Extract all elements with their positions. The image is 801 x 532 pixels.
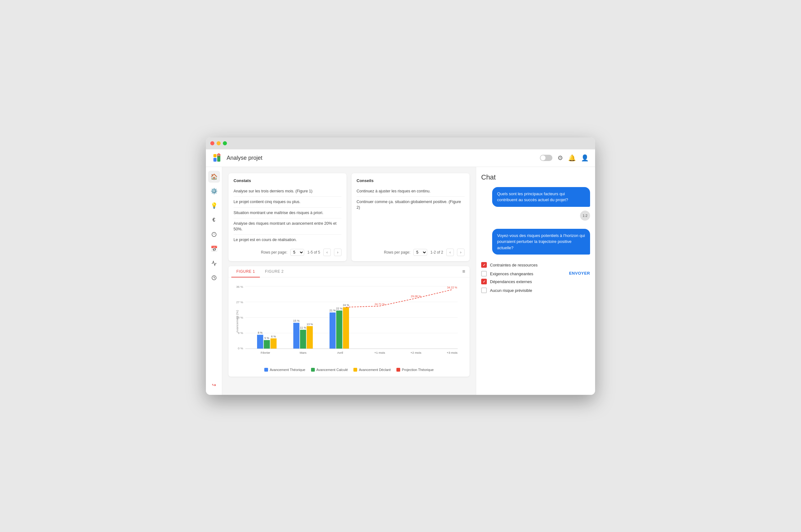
cards-row: Constats Analyse sur les trois derniers … (229, 173, 470, 261)
constats-items: Analyse sur les trois derniers mois. (Fi… (233, 186, 342, 245)
svg-rect-2 (213, 154, 216, 157)
checkbox-aucun[interactable]: Aucun risque prévisible (481, 287, 590, 293)
bar-fevrier-declare (270, 338, 277, 349)
legend-label-theorique: Avancement Théorique (270, 368, 305, 372)
bar-mars-theorique (293, 323, 300, 349)
legend-projection: Projection Théorique (396, 368, 434, 372)
legend-declare: Avancement Déclaré (354, 368, 391, 372)
svg-text:15 %: 15 % (293, 319, 300, 322)
minimize-button[interactable] (216, 141, 221, 145)
legend-dot-projection (396, 368, 400, 372)
legend-label-calcule: Avancement Calculé (317, 368, 348, 372)
bar-mars-declare (307, 326, 313, 349)
next-page-button[interactable]: › (334, 249, 342, 256)
svg-text:29.08 %: 29.08 % (411, 294, 421, 298)
bar-fevrier-calcule (264, 340, 270, 349)
sidebar-item-finance[interactable]: € (208, 214, 220, 226)
svg-text:6 %: 6 % (271, 335, 276, 338)
bar-fevrier-theorique (257, 335, 263, 348)
settings-icon[interactable]: ⚙ (557, 154, 563, 162)
bar-mars-calcule (300, 329, 306, 348)
checkbox-contraintes-box[interactable] (481, 262, 487, 268)
sidebar-item-charts[interactable] (208, 258, 220, 269)
sidebar-item-calendar[interactable]: 📅 (208, 243, 220, 255)
top-header: Analyse projet ⚙ 🔔 👤 (206, 149, 595, 167)
checkbox-dependances-box[interactable] (481, 279, 487, 284)
prev-page-button[interactable]: ‹ (323, 249, 331, 256)
send-button[interactable]: ENVOYER (569, 271, 590, 276)
rows-per-page-label: Rows per page: (384, 250, 410, 254)
svg-rect-0 (213, 158, 216, 162)
checkbox-aucun-box[interactable] (481, 287, 487, 293)
sidebar-item-ideas[interactable]: 💡 (208, 200, 220, 211)
legend-label-projection: Projection Théorique (402, 368, 434, 372)
conseils-title: Conseils (357, 178, 464, 183)
sidebar-item-history[interactable] (208, 272, 220, 284)
account-icon[interactable]: 👤 (581, 154, 589, 162)
legend-dot-theorique (264, 368, 268, 372)
list-item: Continuez à ajuster les risques en conti… (357, 186, 464, 197)
theme-toggle[interactable] (540, 155, 552, 161)
svg-text:22 %: 22 % (336, 307, 342, 310)
svg-text:21 %: 21 % (329, 309, 336, 312)
constats-footer: Rows per page: 5 10 1-5 of 5 ‹ › (233, 249, 342, 256)
svg-text:27 %: 27 % (236, 300, 243, 304)
checkbox-dependances-label: Dépendances externes (490, 279, 532, 284)
chart-menu-icon[interactable]: ≡ (462, 269, 465, 274)
conseils-items: Continuez à ajuster les risques en conti… (357, 186, 464, 245)
notification-icon[interactable]: 🔔 (568, 154, 576, 162)
close-button[interactable] (210, 141, 214, 145)
list-item: Continuer comme ça. situation globalemen… (357, 197, 464, 213)
app-title: Analyse projet (227, 155, 540, 161)
main-content: Constats Analyse sur les trois derniers … (222, 167, 476, 395)
legend-dot-calcule (311, 368, 315, 372)
legend-theorique: Avancement Théorique (264, 368, 305, 372)
svg-text:+1 mois: +1 mois (374, 350, 385, 354)
rows-per-page-select[interactable]: 5 10 (290, 249, 304, 256)
list-item: Analyse des risques montrant un avanceme… (233, 218, 342, 235)
svg-text:Février: Février (261, 350, 270, 354)
next-page-button[interactable]: › (457, 249, 464, 256)
bar-avril-theorique (329, 312, 336, 348)
legend-label-declare: Avancement Déclaré (359, 368, 391, 372)
pagination-info: 1-2 of 2 (430, 250, 443, 254)
projection-line (346, 289, 452, 307)
prev-page-button[interactable]: ‹ (446, 249, 454, 256)
chat-checkboxes: Contraintes de ressources Exigences chan… (481, 262, 590, 293)
constats-title: Constats (233, 178, 342, 183)
chat-message-1: Quels sont les principaux facteurs qui c… (492, 187, 590, 207)
rows-per-page-label: Rows per page: (261, 250, 287, 254)
checkbox-contraintes[interactable]: Contraintes de ressources (481, 262, 590, 268)
svg-text:Avril: Avril (337, 350, 343, 354)
logout-button[interactable]: ↪ (208, 379, 220, 391)
chart-body: 36 % 27 % 18 % 9 % 0 % (229, 278, 470, 377)
checkbox-dependances[interactable]: Dépendances externes (481, 279, 590, 284)
chat-message-number: 1:2 (580, 211, 590, 221)
chart-card: FIGURE 1 FIGURE 2 ≡ 36 % 27 % (229, 266, 470, 377)
list-item: Analyse sur les trois derniers mois. (Fi… (233, 186, 342, 197)
chat-panel: Chat Quels sont les principaux facteurs … (476, 167, 595, 395)
svg-text:36 %: 36 % (236, 285, 243, 288)
sidebar-item-home[interactable]: 🏠 (208, 171, 220, 183)
window-controls (210, 141, 227, 145)
chat-message-2: Voyez-vous des risques potentiels à l'ho… (492, 229, 590, 255)
checkbox-aucun-label: Aucun risque prévisible (490, 288, 532, 293)
bar-avril-calcule (336, 310, 342, 349)
tab-figure2[interactable]: FIGURE 2 (260, 266, 288, 278)
constats-card: Constats Analyse sur les trois derniers … (229, 173, 346, 261)
maximize-button[interactable] (223, 141, 227, 145)
svg-text:5 %: 5 % (264, 336, 269, 339)
svg-text:13 %: 13 % (307, 322, 313, 325)
svg-text:+2 mois: +2 mois (411, 350, 421, 354)
legend-calcule: Avancement Calculé (311, 368, 348, 372)
svg-text:34.22 %: 34.22 % (447, 286, 457, 289)
tab-figure1[interactable]: FIGURE 1 (231, 266, 260, 278)
chat-title: Chat (481, 173, 590, 182)
sidebar-item-settings[interactable]: ⚙️ (208, 185, 220, 197)
send-row: ENVOYER (481, 271, 590, 276)
svg-text:24.71 %: 24.71 % (375, 302, 385, 305)
sidebar-item-risks[interactable] (208, 228, 220, 241)
rows-per-page-select[interactable]: 5 10 (413, 249, 427, 256)
header-actions: ⚙ 🔔 👤 (540, 154, 589, 162)
svg-text:11 %: 11 % (300, 326, 306, 329)
